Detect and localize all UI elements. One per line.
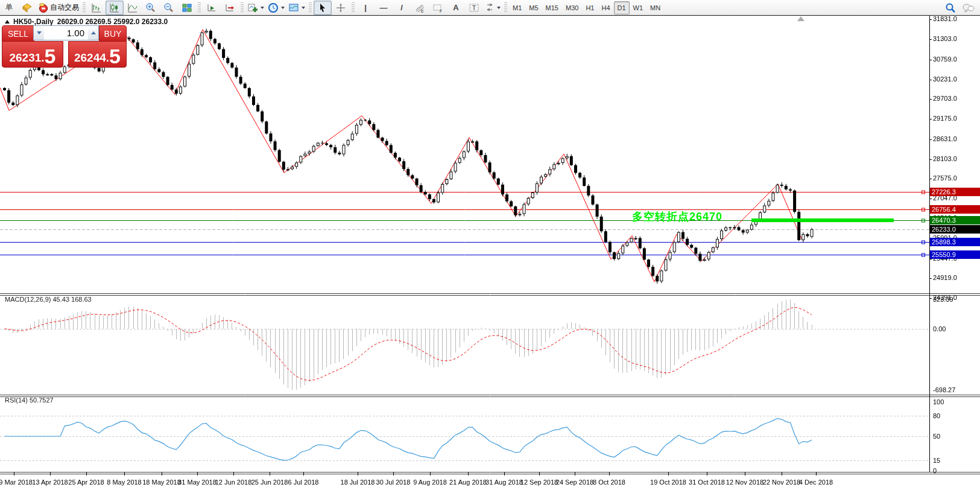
- date-tick-label: 6 Jul 2018: [288, 479, 319, 486]
- grid-button[interactable]: F: [429, 1, 447, 15]
- candlestick-chart-button[interactable]: [106, 1, 124, 15]
- date-tick-label: 18 May 2018: [142, 479, 181, 486]
- horizontal-line-button[interactable]: —: [375, 1, 393, 15]
- toolbar-grip: [504, 2, 507, 13]
- timeframe-d1[interactable]: D1: [614, 1, 630, 14]
- buy-price-button[interactable]: 26244.5: [68, 41, 127, 68]
- price-level-label: 25898.3: [930, 238, 980, 246]
- volume-decrease-button[interactable]: [34, 26, 44, 40]
- price-tick-label: 28631.0: [933, 135, 957, 142]
- trendline-icon: /: [400, 3, 403, 12]
- indicators-button[interactable]: [245, 1, 266, 15]
- price-level-label: 25550.9: [930, 250, 980, 259]
- arrows-icon: [485, 2, 495, 13]
- chart-ohlc-values: 26029.0 26269.5 25992.0 26233.0: [57, 18, 168, 26]
- macd-tick-label: 0.00: [933, 325, 946, 332]
- chart-symbol-period: HK50-,Daily: [13, 18, 54, 26]
- chart-shift-marker-icon[interactable]: [797, 16, 805, 21]
- date-tick-label: 12 Sep 2018: [520, 479, 558, 486]
- zoom-in-button[interactable]: [142, 1, 160, 15]
- grid-icon: F: [432, 2, 443, 13]
- chart-annotation-text[interactable]: 多空转折点26470: [632, 209, 722, 224]
- one-click-trading-panel: SELL BUY 26231.5 26244.5: [2, 25, 125, 80]
- fibonacci-icon: E: [414, 2, 425, 13]
- chat-icon: [963, 2, 975, 13]
- tile-windows-icon: [182, 2, 192, 13]
- volume-stepper: [33, 25, 99, 40]
- rsi-tick-label: 100: [933, 398, 944, 406]
- date-tick-label: 25 Jun 2018: [251, 479, 288, 486]
- zoom-in-icon: [145, 2, 156, 13]
- date-tick-label: 31 Aug 2018: [485, 479, 523, 486]
- chevron-down-icon: [37, 31, 42, 34]
- timeframe-m30[interactable]: M30: [562, 1, 582, 14]
- date-tick-label: 18 Jul 2018: [341, 479, 375, 486]
- price-tick-label: 29703.0: [933, 95, 957, 102]
- timeframe-group: M1M5M15M30H1H4D1W1MN: [509, 1, 664, 14]
- date-tick-label: 8 Oct 2018: [593, 479, 625, 486]
- sell-button[interactable]: SELL: [2, 25, 34, 42]
- chart-canvas[interactable]: [0, 16, 980, 490]
- price-level-label: 26756.4: [930, 205, 980, 214]
- zoom-out-button[interactable]: [160, 1, 178, 15]
- timeframe-m15[interactable]: M15: [542, 1, 562, 14]
- volume-increase-button[interactable]: [88, 26, 98, 40]
- vertical-line-icon: |: [364, 3, 367, 12]
- timeframe-m5[interactable]: M5: [525, 1, 542, 14]
- search-button[interactable]: [941, 1, 959, 15]
- vertical-line-button[interactable]: |: [356, 1, 375, 15]
- svg-text:E: E: [421, 9, 424, 13]
- dropdown-caret-icon: [281, 7, 285, 9]
- periods-clock-icon: [268, 2, 279, 13]
- date-tick-label: 25 Apr 2018: [68, 479, 104, 486]
- timeframe-m1[interactable]: M1: [509, 1, 525, 14]
- date-tick-label: 12 Jun 2018: [215, 479, 252, 486]
- toolbar-grip: [198, 2, 201, 13]
- collapse-ohlc-icon[interactable]: [5, 20, 10, 24]
- auto-trading-label: 自动交易: [50, 2, 79, 13]
- rsi-indicator-label: RSI(14) 50.7527: [5, 396, 54, 404]
- candlestick-chart-icon: [109, 2, 120, 13]
- line-chart-icon: [127, 2, 138, 13]
- chat-button[interactable]: [959, 1, 978, 15]
- auto-trading-button[interactable]: 自动交易: [36, 1, 81, 15]
- timeframe-h4[interactable]: H4: [598, 1, 613, 14]
- sell-price-pip: 5: [45, 46, 56, 66]
- timeframe-mn[interactable]: MN: [646, 1, 664, 14]
- line-chart-button[interactable]: [124, 1, 142, 15]
- timeframe-w1[interactable]: W1: [630, 1, 647, 14]
- volume-input[interactable]: [44, 26, 88, 40]
- order-button[interactable]: 单: [0, 1, 18, 15]
- macd-indicator-label: MACD(12,26,9) 45.43 168.63: [5, 296, 92, 303]
- sell-button-label: SELL: [8, 29, 28, 39]
- text-button[interactable]: A: [447, 1, 465, 15]
- date-tick-label: 12 Nov 2018: [726, 479, 763, 486]
- periods-button[interactable]: [266, 1, 286, 15]
- cursor-button[interactable]: [314, 1, 332, 15]
- dropdown-caret-icon: [261, 7, 264, 9]
- buy-button[interactable]: BUY: [99, 25, 127, 42]
- rsi-tick-label: 15: [933, 457, 940, 464]
- price-level-label: 27226.3: [930, 188, 980, 196]
- trendline-button[interactable]: /: [393, 1, 411, 15]
- price-level-label: 26233.0: [930, 225, 980, 234]
- green-highlight-bar[interactable]: [751, 218, 894, 222]
- new-order-icon-button[interactable]: [18, 1, 36, 15]
- tile-windows-button[interactable]: [178, 1, 196, 15]
- bar-chart-button[interactable]: [87, 1, 106, 15]
- toolbar-grip: [352, 2, 355, 13]
- order-button-label: 单: [5, 2, 13, 13]
- arrows-button[interactable]: [483, 1, 502, 15]
- toolbar: 单 自动交易: [0, 0, 980, 16]
- templates-button[interactable]: [286, 1, 307, 15]
- sell-price-button[interactable]: 26231.5: [2, 41, 63, 68]
- text-label-button[interactable]: T: [465, 1, 483, 15]
- text-label-icon: T: [469, 2, 479, 13]
- timeframe-h1[interactable]: H1: [582, 1, 598, 14]
- chart-shift-button[interactable]: [221, 1, 239, 15]
- buy-price-main: 26244: [74, 50, 106, 66]
- crosshair-button[interactable]: [332, 1, 350, 15]
- chevron-up-icon: [91, 31, 96, 34]
- auto-scroll-button[interactable]: [203, 1, 221, 15]
- fibonacci-button[interactable]: E: [411, 1, 429, 15]
